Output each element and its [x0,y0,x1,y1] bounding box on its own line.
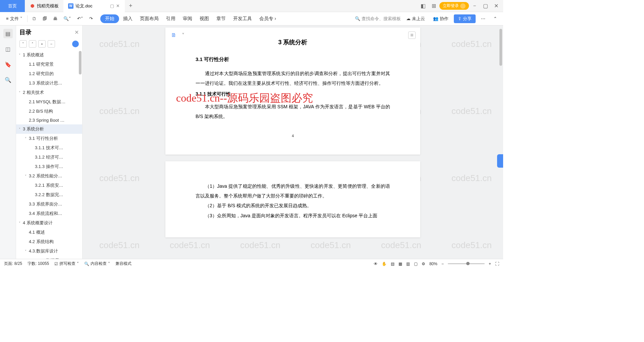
contentcheck-button[interactable]: 🔍 内容检查 ˅ [84,261,110,267]
outline-item[interactable]: 4.2 系统结构 [16,237,82,246]
more-button[interactable]: ⋯ [478,14,488,23]
watermark: code51.cn [451,240,492,250]
maximize-button[interactable]: ▢ [480,1,490,11]
page-menu-button[interactable]: ≡ [408,32,416,39]
menu-member[interactable]: 会员专 › [256,14,280,23]
tab-home[interactable]: 首页 [0,0,25,12]
page-count[interactable]: 页面: 8/25 [4,261,22,267]
zoom-slider[interactable] [448,263,485,264]
page-dropdown-icon[interactable]: ˅ [179,32,187,39]
menu-chapter[interactable]: 章节 [213,14,229,23]
find-nav-button[interactable]: 🔍 [3,75,13,84]
menu-review[interactable]: 审阅 [179,14,196,23]
paragraph: （1）Java 提供了稳定的性能、优秀的升级性、更快速的开发、更简便的管理、全新… [196,181,390,201]
view-read-icon[interactable]: ▢ [414,262,418,266]
search-input[interactable]: 🔍 查找命令、搜索模板 [355,16,401,22]
outline-badge-icon[interactable] [72,41,79,47]
outline-item[interactable]: 3.2.2 数据完… [16,190,82,199]
undo-button[interactable]: ↶˅ [74,14,86,23]
outline-item[interactable]: 1.3 系统设计思… [16,78,82,88]
add-outline-button[interactable]: + [38,40,46,48]
paragraph: （3）众所周知，Java 是面向对象的开发语言。程序开发员可以在 Eclipse… [196,211,390,221]
document-area[interactable]: code51.cn code51.cn code51.cn code51.cn … [83,25,503,259]
saveas-button[interactable]: 🗐 [40,14,50,23]
layout-icon[interactable]: ◧ [418,1,428,11]
settings-icon[interactable]: ⚙ [422,262,425,266]
outline-item[interactable]: ˅3 系统分析 [16,124,82,134]
outline-scrollbar[interactable] [79,51,82,74]
zoom-value[interactable]: 80% [429,262,437,266]
page-doc-icon[interactable]: 🗎 [170,32,177,39]
outline-item[interactable]: 2.1 MYSQL 数据… [16,97,82,107]
spellcheck-button[interactable]: ☑ 拼写检查 ˅ [54,261,79,267]
outline-item[interactable]: 4.1 概述 [16,228,82,237]
hand-icon[interactable]: ✋ [382,262,387,266]
outline-close-button[interactable]: ✕ [74,29,79,36]
outline-item[interactable]: 3.2.1 系统安… [16,181,82,190]
compat-mode[interactable]: 兼容模式 [115,261,131,267]
menu-insert[interactable]: 插入 [120,14,136,23]
window-mode-icon[interactable]: ▢ [110,3,114,8]
preview-button[interactable]: 🔍˅ [61,14,74,23]
menu-reference[interactable]: 引用 [163,14,179,23]
zoom-out[interactable]: − [441,262,444,266]
tab-add[interactable]: + [125,0,137,12]
redo-button[interactable]: ↷ [87,14,96,23]
cloud-button[interactable]: ☁ 未上云 [404,14,428,23]
coop-button[interactable]: 👥 协作 [430,14,451,23]
section-nav-button[interactable]: ◫ [3,44,13,54]
outline-item[interactable]: 3.1.2 经济可… [16,153,82,162]
outline-item[interactable]: ˅2 相关技术 [16,88,82,97]
outline-item[interactable]: 1.1 研究背景 [16,60,82,69]
outline-item[interactable]: 3.1.1 技术可… [16,143,82,153]
bookmark-nav-button[interactable]: 🔖 [3,60,13,69]
outline-item[interactable]: ˅4 系统概要设计 [16,218,82,228]
expand-all-button[interactable]: ˄ [29,40,36,48]
save-button[interactable]: 🗋 [30,14,39,23]
minimize-button[interactable]: － [470,1,480,11]
outline-tools: ˅ ˄ + − [16,39,82,50]
outline-item[interactable]: 3.1.3 操作可… [16,162,82,171]
menu-devtools[interactable]: 开发工具 [230,14,255,23]
menu-start[interactable]: 开始 [100,14,119,23]
outline-item[interactable]: 3.3 系统界面分… [16,199,82,209]
tab-template[interactable]: ⬢ 找稻壳模板 [25,0,63,12]
close-icon[interactable]: ✕ [116,3,120,8]
outline-item[interactable]: 4.3.1 数据库… [16,256,82,259]
word-count[interactable]: 字数: 10055 [28,261,49,267]
close-button[interactable]: ✕ [491,1,501,11]
collapse-all-button[interactable]: ˅ [19,40,27,48]
tab-document[interactable]: W 论文.doc ▢ ✕ [63,0,125,12]
outline-item[interactable]: ˅3.2 系统性能分… [16,171,82,181]
expand-button[interactable]: ⌃ [491,14,500,23]
share-button[interactable]: ⇪ 分享 [454,14,476,23]
menu-view[interactable]: 视图 [196,14,212,23]
leftbar: ▤ ◫ 🔖 🔍 [0,25,16,259]
print-button[interactable]: 🖶 [50,14,60,23]
view-outline-icon[interactable]: ▥ [406,262,410,266]
side-tab-button[interactable] [497,154,503,168]
menu-layout[interactable]: 页面布局 [137,14,162,23]
eye-icon[interactable]: 👁 [374,262,378,266]
outline-item[interactable]: 2.2 B/S 结构 [16,107,82,116]
view-web-icon[interactable]: ▦ [398,262,402,266]
grid-icon[interactable]: ⊞ [429,1,439,11]
outline-nav-button[interactable]: ▤ [3,29,13,38]
outline-item[interactable]: 2.3 Spring Boot … [16,116,82,124]
view-page-icon[interactable]: ▤ [391,262,394,266]
outline-item[interactable]: ˅4.3.数据库设计 [16,246,82,256]
outline-item[interactable]: 1.2 研究目的 [16,69,82,78]
outline-item[interactable]: ˅3.1 可行性分析 [16,134,82,143]
outline-title: 目录 [19,28,32,36]
watermark: code51.cn [381,240,421,250]
toolbar: ≡ 文件 ˅ 🗋 🗐 🖶 🔍˅ ↶˅ ↷ 开始 插入 页面布局 引用 审阅 视图… [0,12,503,25]
doc-scrollbar[interactable] [499,29,502,66]
page: 🗎 ˅ ≡ 3 系统分析 3.1 可行性分析 通过对本大型商场应急预案管理系统实… [165,27,420,155]
outline-item[interactable]: 3.4 系统流程和… [16,209,82,218]
zoom-in[interactable]: + [489,262,491,266]
menu-button[interactable]: ≡ 文件 ˅ [3,14,25,23]
login-button[interactable]: 立即登录 [439,2,469,10]
fullscreen-icon[interactable]: ⛶ [495,262,499,266]
outline-item[interactable]: ˅1 系统概述 [16,50,82,60]
remove-outline-button[interactable]: − [48,40,55,48]
